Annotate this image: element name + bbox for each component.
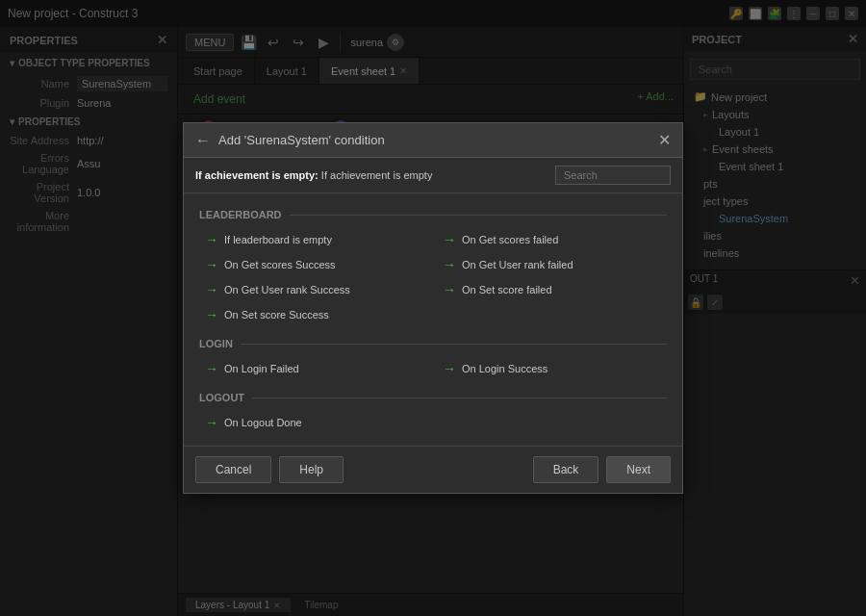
modal-breadcrumb: If achievement is empty: If achievement … <box>184 158 682 193</box>
arrow-icon: → <box>443 361 456 376</box>
category-divider <box>290 215 667 216</box>
add-condition-modal: ← Add 'SurenaSystem' condition ✕ If achi… <box>183 122 683 494</box>
arrow-icon: → <box>205 361 218 376</box>
condition-on-set-score-success[interactable]: → On Set score Success <box>199 303 429 326</box>
modal-close-button[interactable]: ✕ <box>658 131 671 149</box>
breadcrumb-prefix: If achievement is empty: <box>195 169 318 181</box>
condition-on-get-scores-success[interactable]: → On Get scores Success <box>199 253 429 276</box>
condition-label: On Login Failed <box>224 363 299 374</box>
condition-label: On Get scores Success <box>224 259 336 270</box>
arrow-icon: → <box>205 415 218 430</box>
condition-on-get-user-rank-failed[interactable]: → On Get User rank failed <box>437 253 667 276</box>
leaderboard-label: LEADERBOARD <box>199 209 282 220</box>
back-button[interactable]: Back <box>533 456 599 483</box>
cancel-button[interactable]: Cancel <box>195 456 271 483</box>
logout-conditions: → On Logout Done <box>184 407 682 438</box>
arrow-icon: → <box>443 232 456 247</box>
breadcrumb-suffix: If achievement is empty <box>321 169 433 181</box>
category-divider-3 <box>252 398 667 398</box>
login-conditions: → On Login Failed → On Login Success <box>184 353 682 384</box>
condition-label: On Get User rank failed <box>462 259 573 270</box>
modal-content: LEADERBOARD → If leaderboard is empty → … <box>184 193 682 446</box>
condition-label: On Set score failed <box>462 284 552 295</box>
modal-header: ← Add 'SurenaSystem' condition ✕ <box>184 123 682 158</box>
condition-on-login-success[interactable]: → On Login Success <box>437 357 667 380</box>
leaderboard-conditions: → If leaderboard is empty → On Get score… <box>184 224 682 330</box>
condition-on-get-user-rank-success[interactable]: → On Get User rank Success <box>199 278 429 301</box>
condition-label: On Get User rank Success <box>224 284 350 295</box>
arrow-icon: → <box>205 282 218 297</box>
leaderboard-category: LEADERBOARD <box>184 201 682 224</box>
condition-label: On Login Success <box>462 363 548 374</box>
help-button[interactable]: Help <box>279 456 344 483</box>
condition-label: On Logout Done <box>224 417 302 428</box>
logout-category: LOGOUT <box>184 384 682 407</box>
condition-label: If leaderboard is empty <box>224 234 332 245</box>
arrow-icon: → <box>443 282 456 297</box>
modal-header-left: ← Add 'SurenaSystem' condition <box>195 132 385 149</box>
condition-on-set-score-failed[interactable]: → On Set score failed <box>437 278 667 301</box>
breadcrumb-text: If achievement is empty: If achievement … <box>195 169 432 181</box>
modal-back-icon[interactable]: ← <box>195 132 211 149</box>
login-category: LOGIN <box>184 330 682 353</box>
arrow-icon: → <box>205 232 218 247</box>
condition-label: On Get scores failed <box>462 234 558 245</box>
arrow-icon: → <box>205 257 218 272</box>
arrow-icon: → <box>443 257 456 272</box>
condition-if-leaderboard-empty[interactable]: → If leaderboard is empty <box>199 228 429 251</box>
next-button[interactable]: Next <box>606 456 671 483</box>
login-label: LOGIN <box>199 338 233 349</box>
condition-on-logout-done[interactable]: → On Logout Done <box>199 411 429 434</box>
arrow-icon: → <box>205 307 218 322</box>
condition-on-login-failed[interactable]: → On Login Failed <box>199 357 429 380</box>
modal-title: Add 'SurenaSystem' condition <box>218 133 385 147</box>
category-divider-2 <box>241 344 667 345</box>
logout-label: LOGOUT <box>199 392 244 403</box>
modal-search-input[interactable] <box>555 166 671 185</box>
modal-footer: Cancel Help Back Next <box>184 446 682 493</box>
condition-label: On Set score Success <box>224 309 329 321</box>
modal-overlay: ← Add 'SurenaSystem' condition ✕ If achi… <box>0 0 866 616</box>
condition-on-get-scores-failed[interactable]: → On Get scores failed <box>437 228 667 251</box>
